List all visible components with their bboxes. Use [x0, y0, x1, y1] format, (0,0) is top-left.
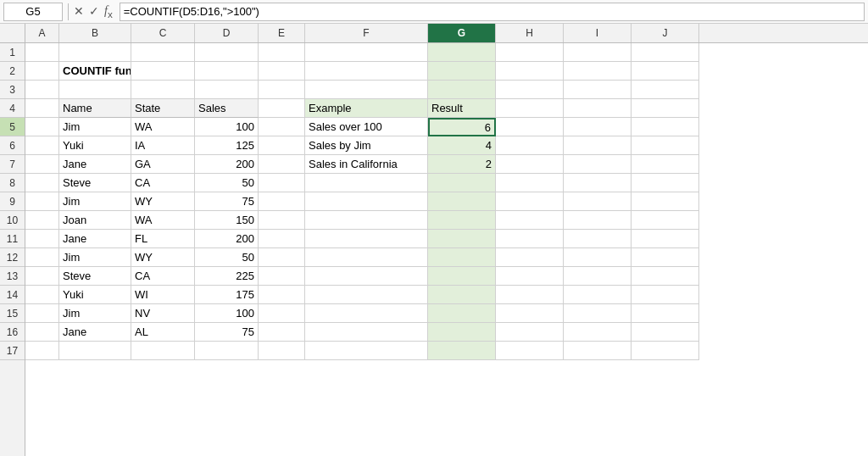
cell-h10[interactable]: [496, 211, 564, 230]
cell-a15[interactable]: [25, 304, 59, 323]
cell-c8[interactable]: CA: [131, 174, 195, 192]
cell-h12[interactable]: [496, 248, 564, 267]
cell-g13[interactable]: [428, 267, 496, 286]
cell-d2[interactable]: [195, 62, 259, 81]
cell-a6[interactable]: [25, 136, 59, 155]
cell-j15[interactable]: [632, 304, 699, 323]
cell-g1[interactable]: [428, 43, 496, 62]
row-num-2[interactable]: 2: [0, 62, 25, 81]
cell-a8[interactable]: [25, 174, 59, 192]
cell-h14[interactable]: [496, 286, 564, 304]
cell-i14[interactable]: [564, 286, 632, 304]
cell-d8[interactable]: 50: [195, 174, 259, 192]
cell-b16[interactable]: Jane: [59, 323, 131, 342]
cell-e12[interactable]: [259, 248, 305, 267]
row-num-4[interactable]: 4: [0, 99, 25, 118]
cell-g6[interactable]: 4: [428, 136, 496, 155]
cell-e2[interactable]: [259, 62, 305, 81]
cell-e14[interactable]: [259, 286, 305, 304]
row-num-6[interactable]: 6: [0, 136, 25, 155]
cell-a7[interactable]: [25, 155, 59, 174]
cell-a9[interactable]: [25, 192, 59, 211]
cell-a2[interactable]: [25, 62, 59, 81]
cell-f9[interactable]: [305, 192, 428, 211]
cell-c15[interactable]: NV: [131, 304, 195, 323]
cell-f15[interactable]: [305, 304, 428, 323]
cell-a3[interactable]: [25, 81, 59, 99]
cell-f6[interactable]: Sales by Jim: [305, 136, 428, 155]
col-header-e[interactable]: E: [259, 24, 305, 42]
cell-b17[interactable]: [59, 342, 131, 360]
cell-f11[interactable]: [305, 230, 428, 248]
cell-b3[interactable]: [59, 81, 131, 99]
cell-i12[interactable]: [564, 248, 632, 267]
row-num-14[interactable]: 14: [0, 286, 25, 304]
cell-f8[interactable]: [305, 174, 428, 192]
cell-e4[interactable]: [259, 99, 305, 118]
cell-d17[interactable]: [195, 342, 259, 360]
cell-c1[interactable]: [131, 43, 195, 62]
cell-a1[interactable]: [25, 43, 59, 62]
cell-b14[interactable]: Yuki: [59, 286, 131, 304]
cell-e7[interactable]: [259, 155, 305, 174]
col-header-b[interactable]: B: [59, 24, 131, 42]
cell-d12[interactable]: 50: [195, 248, 259, 267]
cell-e15[interactable]: [259, 304, 305, 323]
cell-j13[interactable]: [632, 267, 699, 286]
cell-i3[interactable]: [564, 81, 632, 99]
cell-g11[interactable]: [428, 230, 496, 248]
cell-i8[interactable]: [564, 174, 632, 192]
cell-b4[interactable]: Name: [59, 99, 131, 118]
cell-e11[interactable]: [259, 230, 305, 248]
cell-d1[interactable]: [195, 43, 259, 62]
cell-b2[interactable]: COUNTIF function: [59, 62, 131, 81]
cell-g8[interactable]: [428, 174, 496, 192]
cell-h2[interactable]: [496, 62, 564, 81]
col-header-a[interactable]: A: [25, 24, 59, 42]
cell-f14[interactable]: [305, 286, 428, 304]
row-num-13[interactable]: 13: [0, 267, 25, 286]
row-num-5[interactable]: 5: [0, 118, 25, 136]
cell-c6[interactable]: IA: [131, 136, 195, 155]
cell-c14[interactable]: WI: [131, 286, 195, 304]
cell-d16[interactable]: 75: [195, 323, 259, 342]
confirm-icon[interactable]: ✓: [89, 4, 99, 18]
cell-b11[interactable]: Jane: [59, 230, 131, 248]
cell-e6[interactable]: [259, 136, 305, 155]
cell-j10[interactable]: [632, 211, 699, 230]
cell-c2[interactable]: [131, 62, 195, 81]
cell-i9[interactable]: [564, 192, 632, 211]
row-num-15[interactable]: 15: [0, 304, 25, 323]
cell-j1[interactable]: [632, 43, 699, 62]
row-num-12[interactable]: 12: [0, 248, 25, 267]
cell-h13[interactable]: [496, 267, 564, 286]
cell-j12[interactable]: [632, 248, 699, 267]
cell-a11[interactable]: [25, 230, 59, 248]
cell-b8[interactable]: Steve: [59, 174, 131, 192]
cell-d3[interactable]: [195, 81, 259, 99]
row-num-8[interactable]: 8: [0, 174, 25, 192]
cell-j4[interactable]: [632, 99, 699, 118]
cell-f12[interactable]: [305, 248, 428, 267]
cell-b9[interactable]: Jim: [59, 192, 131, 211]
cell-f16[interactable]: [305, 323, 428, 342]
row-num-11[interactable]: 11: [0, 230, 25, 248]
cell-d9[interactable]: 75: [195, 192, 259, 211]
cell-a12[interactable]: [25, 248, 59, 267]
cell-i5[interactable]: [564, 118, 632, 136]
cell-e9[interactable]: [259, 192, 305, 211]
cell-h16[interactable]: [496, 323, 564, 342]
cell-h17[interactable]: [496, 342, 564, 360]
cell-i4[interactable]: [564, 99, 632, 118]
cell-e5[interactable]: [259, 118, 305, 136]
cell-f10[interactable]: [305, 211, 428, 230]
cell-c7[interactable]: GA: [131, 155, 195, 174]
cell-e10[interactable]: [259, 211, 305, 230]
cell-reference-box[interactable]: G5: [3, 3, 63, 21]
cell-c10[interactable]: WA: [131, 211, 195, 230]
cell-b12[interactable]: Jim: [59, 248, 131, 267]
cell-h3[interactable]: [496, 81, 564, 99]
cell-h1[interactable]: [496, 43, 564, 62]
cell-g12[interactable]: [428, 248, 496, 267]
cell-i13[interactable]: [564, 267, 632, 286]
